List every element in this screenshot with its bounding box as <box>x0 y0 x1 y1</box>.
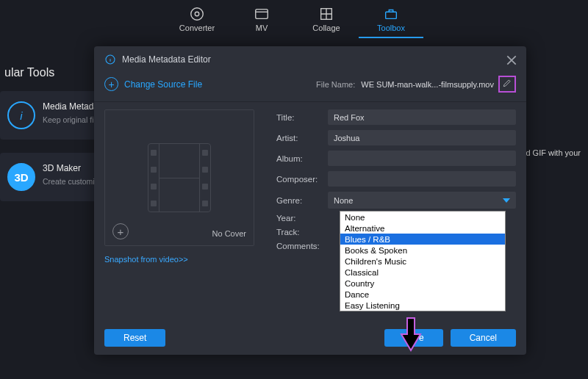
threed-icon: 3D <box>7 163 35 191</box>
label-year: Year: <box>276 214 328 223</box>
genre-option[interactable]: Alternative <box>340 223 505 234</box>
artist-field[interactable] <box>328 130 516 145</box>
genre-option[interactable]: None <box>340 212 505 223</box>
reset-button[interactable]: Reset <box>104 329 165 347</box>
nav-collage[interactable]: Collage <box>294 7 359 38</box>
nav-mv[interactable]: MV <box>229 7 294 38</box>
change-source-link[interactable]: Change Source File <box>124 79 202 90</box>
toolbox-icon <box>383 7 399 21</box>
cancel-button[interactable]: Cancel <box>451 329 516 347</box>
label-title: Title: <box>276 113 328 122</box>
label-genre: Genre: <box>276 196 328 205</box>
divider <box>94 101 526 102</box>
nav-label: Collage <box>312 24 340 32</box>
label-album: Album: <box>276 154 328 163</box>
genre-option[interactable]: Country <box>340 278 505 289</box>
plus-icon: + <box>104 77 118 91</box>
add-cover-button[interactable]: + <box>112 223 129 239</box>
genre-option[interactable]: Classical <box>340 267 505 278</box>
composer-field[interactable] <box>328 171 516 187</box>
nav-label: Converter <box>179 24 215 32</box>
nav-label: MV <box>256 24 268 32</box>
file-name-label: File Name: <box>316 80 355 89</box>
svg-point-1 <box>195 12 199 16</box>
genre-select[interactable]: None <box>328 192 516 209</box>
film-placeholder-icon <box>148 143 211 212</box>
cover-art-frame: + No Cover <box>104 109 254 246</box>
info-icon: i <box>7 101 35 129</box>
nav-converter[interactable]: Converter <box>165 7 229 38</box>
modal-title: Media Metadata Editor <box>122 54 211 65</box>
album-field[interactable] <box>328 151 516 166</box>
pencil-icon <box>502 78 512 88</box>
snapshot-link[interactable]: Snapshot from video>> <box>104 255 259 264</box>
annotation-arrow-icon <box>400 317 422 354</box>
mv-icon <box>254 7 270 21</box>
label-composer: Composer: <box>276 175 328 184</box>
converter-icon <box>189 7 205 21</box>
svg-rect-4 <box>386 12 397 18</box>
chevron-down-icon <box>503 198 510 203</box>
label-comments: Comments: <box>276 242 328 250</box>
genre-option[interactable]: Dance <box>340 289 505 300</box>
title-field[interactable] <box>328 109 516 125</box>
background-text-snippet: d GIF with your <box>526 148 581 157</box>
close-button[interactable] <box>506 54 516 65</box>
genre-selected-value: None <box>334 196 353 205</box>
file-name-value: WE SUM-man-walk...-filmsupply.mov <box>361 80 494 89</box>
genre-option[interactable]: Electronic <box>340 311 505 311</box>
svg-point-0 <box>191 8 204 21</box>
genre-option[interactable]: Children's Music <box>340 256 505 267</box>
metadata-form: Title: Artist: Album: Composer: Genre: N… <box>276 109 516 264</box>
collage-icon <box>318 7 334 21</box>
info-icon <box>104 54 116 65</box>
no-cover-label: No Cover <box>212 229 246 238</box>
metadata-editor-modal: Media Metadata Editor + Change Source Fi… <box>94 46 526 355</box>
edit-filename-button[interactable] <box>498 76 516 93</box>
svg-rect-2 <box>256 10 268 19</box>
genre-option[interactable]: Blues / R&B <box>340 234 505 245</box>
nav-toolbox[interactable]: Toolbox <box>359 7 423 38</box>
genre-option[interactable]: Books & Spoken <box>340 245 505 256</box>
top-nav: Converter MV Collage Toolbox <box>0 0 588 38</box>
nav-label: Toolbox <box>377 24 405 32</box>
genre-dropdown-list[interactable]: NoneAlternativeBlues / R&BBooks & Spoken… <box>340 211 506 311</box>
label-track: Track: <box>276 228 328 237</box>
label-artist: Artist: <box>276 134 328 142</box>
genre-option[interactable]: Easy Listening <box>340 300 505 311</box>
